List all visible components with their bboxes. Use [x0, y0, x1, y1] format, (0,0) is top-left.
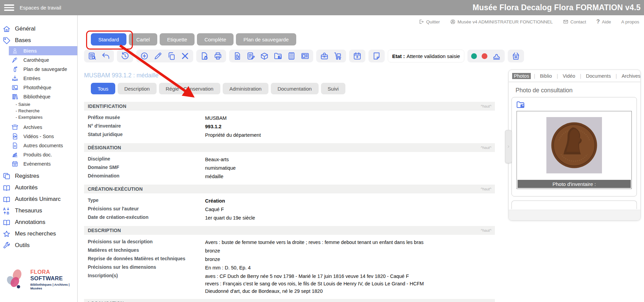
sidebar-item-videos-sons[interactable]: Vidéos - Sons	[0, 132, 77, 141]
sidebar-item-phototheque[interactable]: Photothèque	[0, 83, 77, 92]
contact-link[interactable]: Contact	[563, 19, 586, 24]
media-tab-photos[interactable]: Photos	[512, 73, 531, 79]
quit-link[interactable]: Quitter	[419, 19, 440, 24]
add-record-button[interactable]	[140, 52, 149, 60]
basket-button[interactable]	[511, 52, 520, 60]
sidebar-item-carotheque[interactable]: Carothèque	[0, 55, 77, 64]
help-link[interactable]: ?Aide	[596, 18, 611, 25]
about-link[interactable]: A propos	[621, 19, 639, 24]
image-icon	[12, 84, 18, 91]
sidebar-item-outils[interactable]: Outils	[0, 240, 77, 251]
sidebar-item-general[interactable]: Général	[0, 23, 77, 35]
record-card-button[interactable]	[301, 52, 309, 60]
sidebar-item-bibliotheque[interactable]: Bibliothèque	[0, 92, 77, 101]
sidebar-item-annotations[interactable]: Annotations	[0, 216, 77, 228]
field-row: Préfixe muséeMUSBAM	[88, 114, 495, 122]
toolbar-group-basket	[508, 50, 524, 62]
user-icon	[450, 19, 456, 24]
app-title: Musée Flora Decalog Flora FORMATION v4.5	[472, 3, 641, 12]
media-tab-biblio[interactable]: Biblio	[538, 73, 554, 79]
video-file-icon	[12, 133, 18, 140]
record-tab-suivi[interactable]: Suivi	[321, 83, 346, 94]
utility-bar: Quitter Musée v4 ADMINISTRATEUR FONCTION…	[419, 18, 639, 26]
sidebar-item-plan-sauvegarde[interactable]: Plan de sauvegarde	[0, 64, 77, 74]
sidebar-item-autorites[interactable]: Autorités	[0, 182, 77, 193]
record-tab-administration[interactable]: Administration	[223, 83, 268, 94]
sidebar-item-entrees[interactable]: Entrées	[0, 74, 77, 83]
sidebar-item-evenements[interactable]: Evènements	[0, 159, 77, 168]
record-tab-regie-conservation[interactable]: Régie - Conservation	[159, 83, 220, 94]
sidebar-item-biens[interactable]: Biens	[9, 46, 77, 55]
sidebar-item-recherche[interactable]: - Recherche	[0, 108, 77, 114]
movement-trolley-button[interactable]	[334, 52, 342, 60]
sidebar-item-autorites-unimarc[interactable]: Autorités Unimarc	[0, 193, 77, 205]
inscriptions-value: aves : CF Duch de Berry née 5 nov 1798 -…	[205, 272, 424, 295]
media-tab-archives[interactable]: Archives	[620, 73, 642, 79]
sidebar-item-autres-documents[interactable]: Autres documents	[0, 141, 77, 150]
tab-standard[interactable]: Standard	[91, 33, 126, 45]
back-to-top-link[interactable]: ^haut^	[481, 187, 491, 191]
workspace-label[interactable]: Espaces de travail	[20, 5, 61, 11]
edit-record-button[interactable]	[154, 52, 162, 60]
history-button[interactable]	[121, 52, 129, 60]
inventory-register-button[interactable]	[287, 52, 296, 60]
field-row: Précisions sur les dimensionsEn mm : D. …	[88, 263, 495, 272]
duplicate-record-button[interactable]	[167, 52, 176, 60]
media-folder-button[interactable]	[274, 52, 282, 60]
validate-green-button[interactable]	[471, 53, 477, 59]
brand-tagline: Bibliothèques | Archives | Musées	[30, 283, 77, 290]
view-tabs: Standard Cartel Etiquette Complète Plan …	[91, 33, 296, 45]
tab-complete[interactable]: Complète	[197, 33, 234, 45]
photo-inventory-caption: Photo d'inventaire :	[518, 180, 631, 188]
note-button[interactable]	[372, 52, 381, 60]
user-account[interactable]: Musée v4 ADMINISTRATEUR FONCTIONNEL	[450, 19, 553, 24]
toolbar-group-history	[117, 50, 133, 62]
hamburger-menu-icon[interactable]	[4, 4, 14, 11]
back-to-top-link[interactable]: ^haut^	[481, 228, 491, 232]
print-button[interactable]	[214, 52, 222, 60]
state-value: Attente validation saisie	[407, 53, 460, 59]
media-folder-icon[interactable]	[516, 100, 525, 109]
section-title: DÉSIGNATION	[88, 145, 121, 150]
stamp-button[interactable]	[492, 52, 501, 60]
record-tab-description[interactable]: Description	[118, 83, 157, 94]
delete-record-button[interactable]	[181, 52, 189, 60]
field-row: Matières et techniquesbronze	[88, 246, 495, 255]
sidebar-item-produits-doc[interactable]: Produits doc.	[0, 150, 77, 159]
back-button[interactable]	[101, 52, 110, 60]
section-title: DESCRIPTION	[88, 228, 121, 233]
export-document-button[interactable]	[200, 52, 209, 60]
attach-document-button[interactable]	[233, 52, 242, 60]
media-tab-documents[interactable]: Documents	[584, 73, 612, 79]
toolbar-group-note	[368, 50, 385, 62]
sidebar-item-bases[interactable]: Bases	[0, 35, 77, 46]
tab-cartel[interactable]: Cartel	[129, 33, 157, 45]
sidebar-item-mes-recherches[interactable]: Mes recherches	[0, 228, 77, 240]
record-tab-tous[interactable]: Tous	[91, 83, 115, 94]
package-button[interactable]	[260, 52, 269, 60]
inbox-download-icon	[12, 75, 18, 82]
back-to-top-link[interactable]: ^haut^	[481, 104, 491, 108]
record-tab-documentation[interactable]: Documentation	[271, 83, 319, 94]
field-row: N° d'inventaire993.1.2	[88, 122, 495, 131]
sidebar-item-saisie[interactable]: - Saisie	[0, 101, 77, 108]
photo-frame[interactable]: Photo d'inventaire :	[517, 111, 632, 189]
add-event-button[interactable]	[353, 52, 362, 60]
sidebar-item-archives[interactable]: Archives	[0, 122, 77, 132]
sidebar-item-thesaurus[interactable]: ABThesaurus	[0, 205, 77, 216]
media-tab-video[interactable]: Vidéo	[561, 73, 577, 79]
tab-plan-de-sauvegarde[interactable]: Plan de sauvegarde	[236, 33, 296, 45]
reject-red-button[interactable]	[482, 53, 487, 59]
panel-collapse-handle[interactable]	[505, 130, 512, 163]
tab-etiquette[interactable]: Etiquette	[160, 33, 195, 45]
view-list-button[interactable]	[88, 52, 97, 60]
edit-form-button[interactable]	[246, 52, 255, 60]
media-panel: Photos| Biblio| Vidéo| Documents| Archiv…	[508, 70, 641, 221]
media-panel-footer	[509, 210, 640, 220]
back-to-top-link[interactable]: ^haut^	[481, 146, 491, 150]
toolbox-button[interactable]	[320, 52, 329, 60]
exit-icon	[419, 19, 424, 24]
tag-icon	[3, 37, 11, 44]
sidebar-item-exemplaires[interactable]: - Exemplaires	[0, 114, 77, 120]
sidebar-item-registres[interactable]: Registres	[0, 170, 77, 182]
